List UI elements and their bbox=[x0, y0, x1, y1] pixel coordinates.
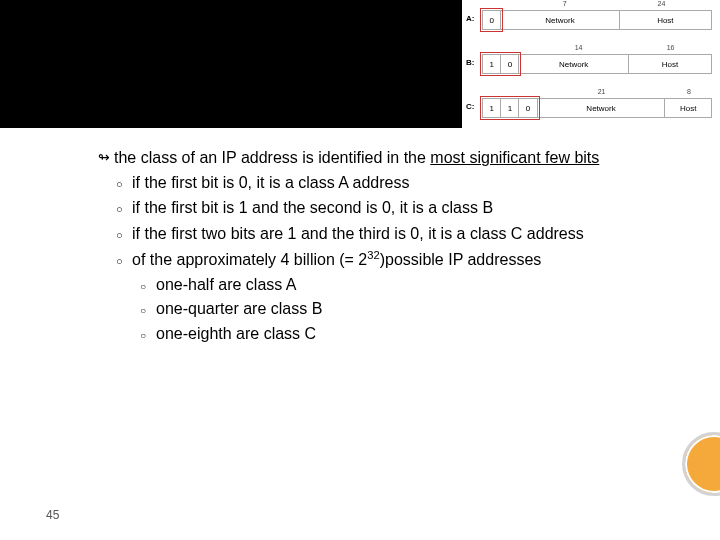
network-cell: Network bbox=[501, 11, 620, 29]
lead-text-pre: the class of an IP address is identified… bbox=[114, 149, 430, 166]
tick-label: 24 bbox=[657, 0, 665, 7]
diagram-row-label: C: bbox=[466, 102, 480, 111]
diagram-row-a: A: 7 24 0 Network Host bbox=[468, 0, 714, 38]
tick-label: 21 bbox=[598, 88, 606, 95]
tick-label: 16 bbox=[667, 44, 675, 51]
title-bar bbox=[0, 0, 462, 128]
bullet-count: of the approximately 4 billion (= 232)po… bbox=[98, 247, 690, 272]
bullet-count-line: of the approximately 4 billion (= 232)po… bbox=[98, 247, 690, 272]
diagram-bar: 0 Network Host bbox=[482, 10, 712, 30]
diagram-row-c: C: 21 8 1 1 0 Network Host bbox=[468, 88, 714, 126]
diagram-row-label: B: bbox=[466, 58, 480, 67]
network-cell: Network bbox=[538, 99, 666, 117]
host-cell: Host bbox=[665, 99, 711, 117]
prefix-highlight bbox=[480, 8, 503, 32]
subbullet-half: one-half are class A bbox=[98, 273, 690, 296]
count-pre: of the approximately 4 billion (= 2 bbox=[132, 251, 367, 268]
ip-class-diagram: A: 7 24 0 Network Host B: 14 16 1 0 bbox=[462, 0, 720, 128]
page-number: 45 bbox=[46, 508, 59, 522]
bullet-class-a: if the first bit is 0, it is a class A a… bbox=[98, 171, 690, 194]
lead-bullet: the class of an IP address is identified… bbox=[98, 146, 690, 169]
tick-label: 14 bbox=[575, 44, 583, 51]
subbullet-eighth: one-eighth are class C bbox=[98, 322, 690, 345]
count-post: )possible IP addresses bbox=[380, 251, 542, 268]
network-cell: Network bbox=[519, 55, 628, 73]
host-cell: Host bbox=[620, 11, 711, 29]
host-cell: Host bbox=[629, 55, 711, 73]
prefix-highlight bbox=[480, 96, 540, 120]
diagram-row-b: B: 14 16 1 0 Network Host bbox=[468, 44, 714, 82]
tick-label: 7 bbox=[563, 0, 567, 7]
arrow-bullet-icon bbox=[98, 149, 114, 166]
bullet-class-b: if the first bit is 1 and the second is … bbox=[98, 196, 690, 219]
count-exp: 32 bbox=[367, 249, 379, 261]
corner-ornament-icon bbox=[682, 432, 720, 496]
lead-text-underline: most significant few bits bbox=[430, 149, 599, 166]
tick-label: 8 bbox=[687, 88, 691, 95]
diagram-row-label: A: bbox=[466, 14, 480, 23]
prefix-highlight bbox=[480, 52, 521, 76]
slide-body: the class of an IP address is identified… bbox=[98, 146, 690, 346]
bullet-class-c: if the first two bits are 1 and the thir… bbox=[98, 222, 690, 245]
subbullet-quarter: one-quarter are class B bbox=[98, 297, 690, 320]
